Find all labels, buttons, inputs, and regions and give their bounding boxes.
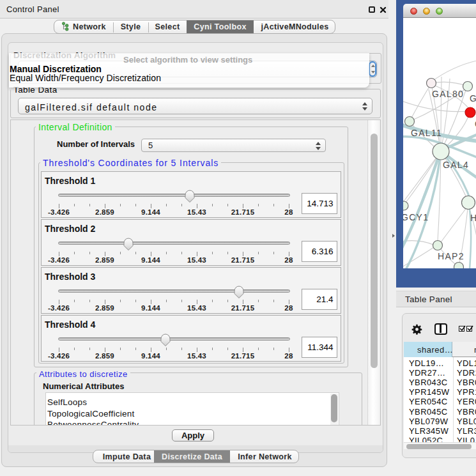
svg-text:GAL11: GAL11 [411, 128, 442, 138]
svg-text:GAL4: GAL4 [443, 160, 469, 170]
svg-text:HAP2: HAP2 [438, 251, 464, 261]
svg-text:GA: GA [470, 93, 476, 104]
svg-text:GAL80: GAL80 [432, 89, 464, 99]
svg-text:H: H [470, 213, 476, 223]
svg-text:GCY1: GCY1 [403, 212, 429, 222]
